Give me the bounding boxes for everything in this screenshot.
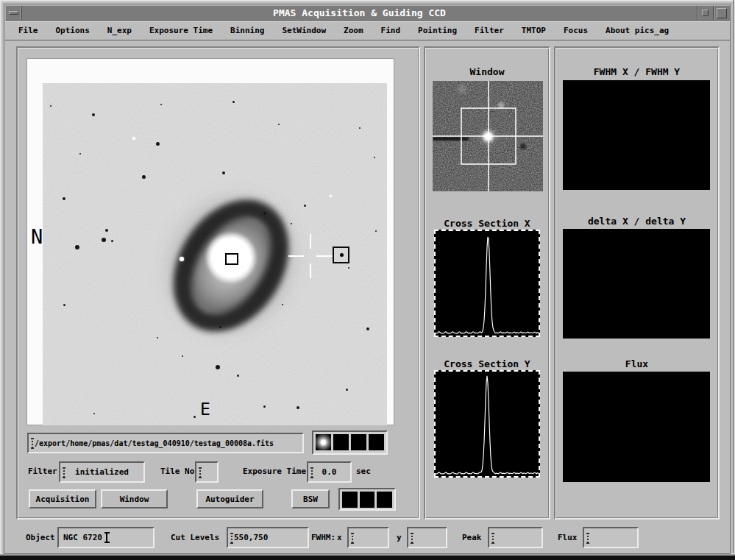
text-cursor xyxy=(32,438,33,449)
sky-image[interactable] xyxy=(43,83,387,425)
peak-label: Peak xyxy=(462,533,482,542)
exposure-time-value: 0.0 xyxy=(322,467,337,477)
window-menu-button[interactable] xyxy=(6,6,22,20)
maximize-button[interactable] xyxy=(713,6,730,20)
delta-plot-title: delta X / delta Y xyxy=(555,216,718,227)
peak-field[interactable] xyxy=(488,527,543,548)
object-label: Object xyxy=(26,533,55,542)
east-label: E xyxy=(200,401,210,418)
star xyxy=(50,105,52,107)
bsw-button[interactable]: BSW xyxy=(291,489,330,508)
star xyxy=(75,245,79,249)
fwhm-y-field[interactable] xyxy=(407,527,447,548)
window-frame-left xyxy=(0,0,1,560)
menu-focus[interactable]: Focus xyxy=(564,26,588,35)
cut-levels-label: Cut Levels xyxy=(171,533,219,542)
fiber-position-marker xyxy=(225,253,238,265)
fwhm-plot xyxy=(563,80,710,190)
star xyxy=(156,142,160,146)
bright-spot xyxy=(180,257,184,261)
fits-path-field[interactable]: /export/home/pmas/dat/testag_040910/test… xyxy=(27,433,304,453)
star xyxy=(297,406,299,409)
window-button[interactable]: Window xyxy=(101,489,168,508)
text-cursor xyxy=(63,467,65,478)
indicator-empty xyxy=(342,492,358,508)
star xyxy=(291,223,292,224)
star xyxy=(216,365,220,369)
flux-plot xyxy=(563,372,710,482)
menu-pointing[interactable]: Pointing xyxy=(418,26,457,35)
window-title: PMAS Acquisition & Guiding CCD xyxy=(22,6,697,20)
cross-section-y-plot xyxy=(434,370,540,478)
star xyxy=(193,416,196,418)
status-indicator-strip xyxy=(338,488,396,511)
fwhm-label: FWHM: xyxy=(311,533,335,542)
title-bar[interactable]: PMAS Acquisition & Guiding CCD xyxy=(5,5,730,21)
iconify-button[interactable] xyxy=(697,6,713,20)
indicator-empty xyxy=(360,492,375,508)
cross-section-x-plot xyxy=(434,230,540,337)
window-menu-icon xyxy=(9,11,18,15)
exposure-time-label: Exposure Time xyxy=(243,467,306,476)
guide-crosshair-left-arm xyxy=(288,255,304,257)
flux-plot-title: Flux xyxy=(555,358,718,369)
tile-no-label: Tile No xyxy=(160,467,194,476)
star xyxy=(79,153,81,155)
maximize-icon xyxy=(717,8,727,18)
star xyxy=(160,104,162,105)
window-frame-bottom[interactable] xyxy=(0,553,735,560)
star xyxy=(92,113,95,116)
filter-value: initialized xyxy=(75,467,129,477)
menu-options[interactable]: Options xyxy=(56,26,90,35)
exposure-time-field[interactable]: 0.0 xyxy=(307,461,352,483)
cut-levels-field[interactable]: 550,750 xyxy=(227,527,309,548)
star xyxy=(222,171,225,174)
star xyxy=(105,229,108,232)
text-cursor xyxy=(587,533,589,544)
menu-tmtop[interactable]: TMTOP xyxy=(522,26,546,35)
cross-section-y-title: Cross Section Y xyxy=(425,358,549,369)
flux-field[interactable] xyxy=(583,527,639,548)
guide-window-image[interactable] xyxy=(433,81,543,191)
menu-file[interactable]: File xyxy=(18,26,38,35)
fwhm-plot-title: FWHM X / FWHM Y xyxy=(555,66,718,77)
star xyxy=(282,304,283,305)
tile-no-field[interactable] xyxy=(195,461,219,483)
star xyxy=(232,101,235,103)
filter-field[interactable]: initialized xyxy=(59,461,145,483)
star xyxy=(374,157,375,158)
thumbnail-empty xyxy=(351,434,366,450)
menu-setwindow[interactable]: SetWindow xyxy=(282,26,326,35)
star xyxy=(278,124,280,125)
star xyxy=(375,230,377,232)
app-window: PMAS Acquisition & Guiding CCD File Opti… xyxy=(0,0,735,560)
delta-plot xyxy=(563,229,710,339)
star xyxy=(359,127,361,129)
guide-crosshair-bottom-arm xyxy=(310,263,311,278)
star xyxy=(63,197,65,200)
menu-binning[interactable]: Binning xyxy=(230,26,264,35)
star xyxy=(263,212,266,215)
text-cursor xyxy=(199,467,201,478)
metrics-panel: FWHM X / FWHM Y delta X / delta Y Flux xyxy=(554,46,720,520)
menu-exposure-time[interactable]: Exposure Time xyxy=(149,26,213,35)
acquisition-button[interactable]: Acquisition xyxy=(29,489,96,508)
menu-about-pics-ag[interactable]: About pics_ag xyxy=(606,26,669,35)
menu-n-exp[interactable]: N_exp xyxy=(107,26,132,35)
menu-zoom[interactable]: Zoom xyxy=(344,26,363,35)
guide-crosshair-top-arm xyxy=(310,234,311,249)
text-cursor xyxy=(311,467,313,478)
fwhm-x-field[interactable] xyxy=(347,527,389,548)
star xyxy=(366,327,369,330)
star xyxy=(348,267,349,269)
menu-find[interactable]: Find xyxy=(381,26,401,35)
object-field[interactable]: NGC 6720 xyxy=(57,527,155,548)
image-canvas[interactable]: N E xyxy=(26,58,394,425)
menu-filter[interactable]: Filter xyxy=(475,26,504,35)
guide-crosshair-right-arm xyxy=(316,255,333,257)
fwhm-x-label: x xyxy=(337,533,342,542)
exposure-time-unit: sec xyxy=(356,467,371,476)
autoguider-button[interactable]: Autoguider xyxy=(196,489,263,508)
star xyxy=(111,240,113,242)
star xyxy=(63,304,65,306)
